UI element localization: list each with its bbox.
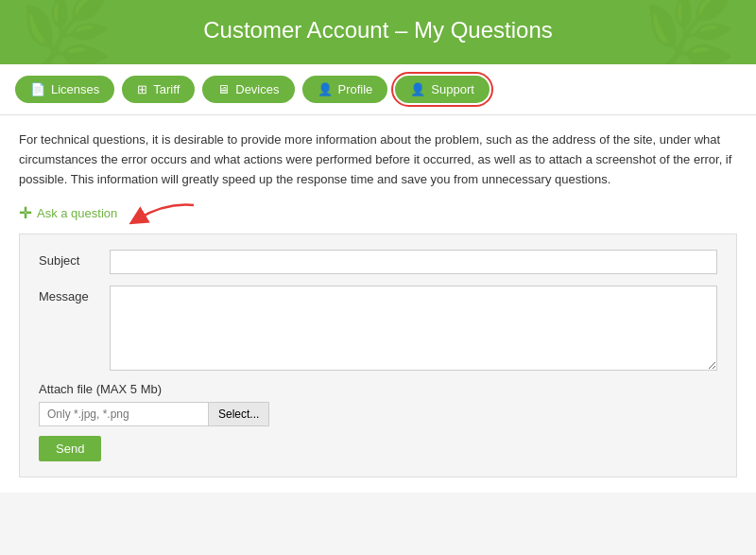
main-content: For technical questions, it is desirable… [0, 115, 756, 493]
ask-question-row: ✛ Ask a question [19, 204, 737, 222]
attach-file-input[interactable] [39, 402, 209, 426]
tariff-icon: ⊞ [137, 82, 147, 96]
info-paragraph: For technical questions, it is desirable… [19, 130, 737, 189]
message-input[interactable] [110, 286, 717, 371]
nav-btn-support-label: Support [431, 82, 474, 96]
attach-label: Attach file (MAX 5 Mb) [39, 382, 717, 396]
nav-btn-licenses-label: Licenses [51, 82, 99, 96]
plus-icon: ✛ [19, 204, 31, 222]
nav-btn-profile-label: Profile [338, 82, 373, 96]
subject-input[interactable] [110, 250, 717, 274]
question-form: Subject Message Attach file (MAX 5 Mb) S… [19, 234, 737, 477]
subject-label: Subject [39, 250, 100, 268]
devices-icon: 🖥 [217, 82, 230, 96]
page-title: Customer Account – My Questions [19, 17, 737, 43]
nav-btn-devices[interactable]: 🖥 Devices [202, 76, 294, 103]
send-button[interactable]: Send [39, 436, 101, 461]
nav-btn-devices-label: Devices [235, 82, 279, 96]
ask-question-link[interactable]: ✛ Ask a question [19, 204, 117, 222]
select-file-button[interactable]: Select... [209, 402, 269, 426]
page-header: 🌿 Customer Account – My Questions 🌿 [0, 0, 756, 64]
message-label: Message [39, 286, 100, 304]
attach-row: Select... [39, 402, 717, 426]
subject-row: Subject [39, 250, 717, 274]
profile-icon: 👤 [318, 82, 333, 96]
nav-bar: 📄 Licenses ⊞ Tariff 🖥 Devices 👤 Profile … [0, 64, 756, 115]
nav-btn-licenses[interactable]: 📄 Licenses [15, 76, 114, 103]
attach-section: Attach file (MAX 5 Mb) Select... Send [39, 382, 717, 461]
licenses-icon: 📄 [30, 82, 45, 96]
red-arrow [128, 200, 203, 229]
nav-btn-tariff[interactable]: ⊞ Tariff [122, 76, 195, 103]
nav-btn-tariff-label: Tariff [153, 82, 180, 96]
message-row: Message [39, 286, 717, 371]
nav-btn-support[interactable]: 👤 Support [395, 76, 490, 103]
support-icon: 👤 [410, 82, 425, 96]
nav-btn-profile[interactable]: 👤 Profile [302, 76, 388, 103]
ask-question-label: Ask a question [37, 206, 117, 220]
